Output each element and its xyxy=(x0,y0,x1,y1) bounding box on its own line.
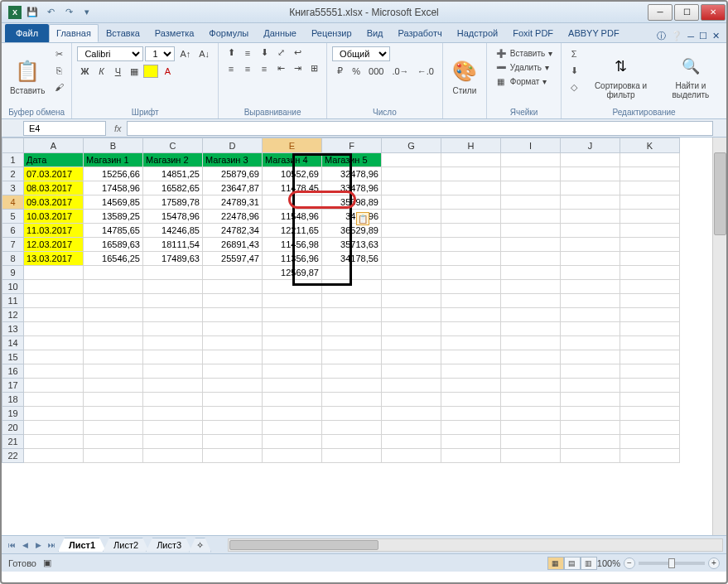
cell-I9[interactable] xyxy=(501,266,561,280)
delete-cells-button[interactable]: ➖Удалить ▾ xyxy=(492,60,556,74)
cell-J16[interactable] xyxy=(561,364,620,379)
indent-decrease-icon[interactable]: ⇤ xyxy=(273,62,288,75)
sheet-tab-2[interactable]: Лист2 xyxy=(103,538,149,552)
cell-E6[interactable]: 12211,65 xyxy=(263,224,322,238)
cell-C8[interactable]: 17489,63 xyxy=(143,252,203,266)
cell-A5[interactable]: 10.03.2017 xyxy=(24,210,84,224)
cell-E5[interactable]: 11548,96 xyxy=(263,210,322,224)
cell-J9[interactable] xyxy=(561,266,620,280)
cell-A6[interactable]: 11.03.2017 xyxy=(24,224,84,238)
cell-G20[interactable] xyxy=(382,421,441,435)
clear-icon[interactable]: ◇ xyxy=(566,80,581,94)
cell-K8[interactable] xyxy=(620,252,680,266)
align-top-icon[interactable]: ⬆ xyxy=(224,46,239,59)
cell-D6[interactable]: 24782,34 xyxy=(203,224,263,238)
tab-formulas[interactable]: Формулы xyxy=(201,24,256,42)
fill-icon[interactable]: ⬇ xyxy=(566,63,581,78)
row-header-4[interactable]: 4 xyxy=(2,195,24,210)
zoom-in-button[interactable]: + xyxy=(708,557,720,569)
cell-H16[interactable] xyxy=(441,364,501,379)
cell-E15[interactable] xyxy=(263,350,322,364)
save-icon[interactable]: 💾 xyxy=(25,5,40,20)
close-button[interactable]: ✕ xyxy=(701,4,726,21)
zoom-level[interactable]: 100% xyxy=(597,558,620,568)
cell-G13[interactable] xyxy=(382,322,441,336)
format-cells-button[interactable]: ▦Формат ▾ xyxy=(492,75,556,88)
cell-D2[interactable]: 25879,69 xyxy=(203,167,263,181)
italic-button[interactable]: К xyxy=(94,65,108,77)
cell-A3[interactable]: 08.03.2017 xyxy=(24,181,84,195)
cell-G2[interactable] xyxy=(382,167,441,181)
hscroll-thumb[interactable] xyxy=(229,540,378,550)
cell-D18[interactable] xyxy=(203,393,263,407)
cell-F13[interactable] xyxy=(322,322,382,336)
cell-A2[interactable]: 07.03.2017 xyxy=(24,167,84,181)
cell-H13[interactable] xyxy=(441,322,501,336)
cell-B15[interactable] xyxy=(84,350,143,364)
row-header-6[interactable]: 6 xyxy=(2,224,24,238)
cell-A4[interactable]: 09.03.2017 xyxy=(24,195,84,210)
col-header-G[interactable]: G xyxy=(382,138,441,153)
cell-F11[interactable] xyxy=(322,294,382,308)
col-header-D[interactable]: D xyxy=(203,138,263,153)
cell-I22[interactable] xyxy=(501,449,561,463)
border-button[interactable]: ▦ xyxy=(127,65,142,78)
cell-D22[interactable] xyxy=(203,449,263,463)
row-header-18[interactable]: 18 xyxy=(2,393,24,407)
cell-K20[interactable] xyxy=(620,421,680,435)
cell-H4[interactable] xyxy=(441,195,501,210)
cell-K22[interactable] xyxy=(620,449,680,463)
name-box[interactable] xyxy=(23,121,106,136)
cell-H19[interactable] xyxy=(441,407,501,421)
cell-B7[interactable]: 16589,63 xyxy=(84,238,143,252)
cell-C11[interactable] xyxy=(143,294,203,308)
cell-F17[interactable] xyxy=(322,379,382,393)
cell-D1[interactable]: Магазин 3 xyxy=(203,153,263,167)
cell-J13[interactable] xyxy=(561,322,620,336)
cell-B11[interactable] xyxy=(84,294,143,308)
cell-I8[interactable] xyxy=(501,252,561,266)
normal-view-icon[interactable]: ▦ xyxy=(547,557,564,570)
cell-K15[interactable] xyxy=(620,350,680,364)
cell-J11[interactable] xyxy=(561,294,620,308)
merge-icon[interactable]: ⊞ xyxy=(306,62,321,75)
sheet-nav-next-icon[interactable]: ▶ xyxy=(31,538,45,552)
cell-F18[interactable] xyxy=(322,393,382,407)
cell-D8[interactable]: 25597,47 xyxy=(203,252,263,266)
cell-C15[interactable] xyxy=(143,350,203,364)
cell-B8[interactable]: 16546,25 xyxy=(84,252,143,266)
cell-K7[interactable] xyxy=(620,238,680,252)
decrease-decimal-icon[interactable]: ←.0 xyxy=(414,65,437,77)
row-header-9[interactable]: 9 xyxy=(2,266,24,280)
cell-D16[interactable] xyxy=(203,364,263,379)
cell-A13[interactable] xyxy=(24,322,84,336)
cell-F6[interactable]: 36529,89 xyxy=(322,224,382,238)
cell-F15[interactable] xyxy=(322,350,382,364)
cell-F2[interactable]: 32478,96 xyxy=(322,167,382,181)
cell-H7[interactable] xyxy=(441,238,501,252)
new-sheet-icon[interactable]: ✧ xyxy=(189,538,211,553)
tab-foxit[interactable]: Foxit PDF xyxy=(505,24,561,42)
cell-G1[interactable] xyxy=(382,153,441,167)
cell-D10[interactable] xyxy=(203,280,263,294)
cell-A15[interactable] xyxy=(24,350,84,364)
cell-E8[interactable]: 11356,96 xyxy=(263,252,322,266)
tab-view[interactable]: Вид xyxy=(359,24,391,42)
cell-F8[interactable]: 34178,56 xyxy=(322,252,382,266)
col-header-A[interactable]: A xyxy=(24,138,84,153)
inner-restore-icon[interactable]: ☐ xyxy=(699,31,707,41)
cell-E3[interactable]: 11478,45 xyxy=(263,181,322,195)
cell-E13[interactable] xyxy=(263,322,322,336)
cell-J14[interactable] xyxy=(561,336,620,350)
align-middle-icon[interactable]: ≡ xyxy=(240,47,255,59)
cell-J3[interactable] xyxy=(561,181,620,195)
find-select-button[interactable]: 🔍 Найти и выделить xyxy=(660,46,721,106)
cell-E21[interactable] xyxy=(263,435,322,449)
cell-E20[interactable] xyxy=(263,421,322,435)
cell-A19[interactable] xyxy=(24,407,84,421)
increase-decimal-icon[interactable]: .0→ xyxy=(388,65,412,77)
cell-K19[interactable] xyxy=(620,407,680,421)
cell-G10[interactable] xyxy=(382,280,441,294)
cell-K14[interactable] xyxy=(620,336,680,350)
row-header-22[interactable]: 22 xyxy=(2,449,24,463)
